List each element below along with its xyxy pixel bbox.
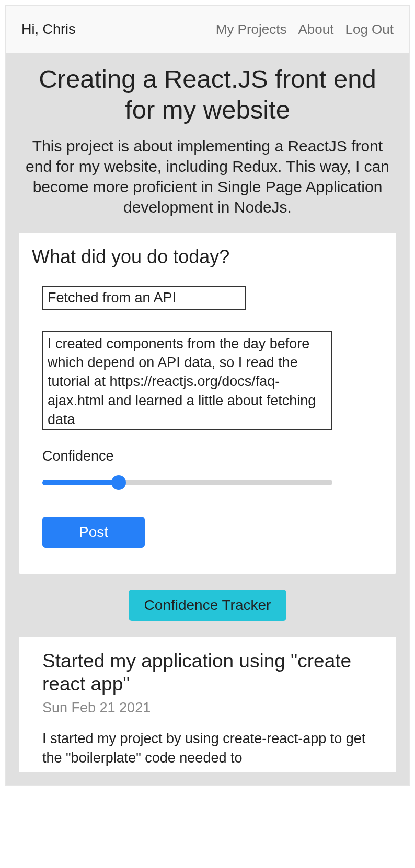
nav-my-projects[interactable]: My Projects	[216, 21, 287, 38]
entry-date: Sun Feb 21 2021	[42, 700, 373, 716]
page-wrapper: Hi, Chris My Projects About Log Out Crea…	[5, 5, 410, 786]
project-description: This project is about implementing a Rea…	[24, 136, 391, 217]
header: Hi, Chris My Projects About Log Out	[6, 6, 409, 53]
nav-about[interactable]: About	[298, 21, 334, 38]
entry-title: Started my application using "create rea…	[42, 650, 373, 696]
tracker-button-wrap: Confidence Tracker	[19, 590, 396, 621]
entry-body-textarea[interactable]	[42, 331, 332, 430]
post-button[interactable]: Post	[42, 517, 145, 548]
entry-title-input[interactable]	[42, 286, 246, 310]
confidence-label: Confidence	[42, 448, 373, 464]
confidence-tracker-button[interactable]: Confidence Tracker	[129, 590, 287, 621]
project-title: Creating a React.JS front end for my web…	[24, 64, 391, 125]
user-greeting: Hi, Chris	[21, 21, 76, 38]
form-heading: What did you do today?	[32, 246, 373, 268]
confidence-slider[interactable]	[42, 480, 332, 485]
nav: My Projects About Log Out	[216, 21, 394, 38]
main-content: Creating a React.JS front end for my web…	[6, 53, 409, 785]
nav-log-out[interactable]: Log Out	[345, 21, 394, 38]
entry-card: Started my application using "create rea…	[19, 637, 396, 773]
daily-form-card: What did you do today? Confidence Post	[19, 233, 396, 574]
entry-body: I started my project by using create-rea…	[42, 729, 373, 767]
